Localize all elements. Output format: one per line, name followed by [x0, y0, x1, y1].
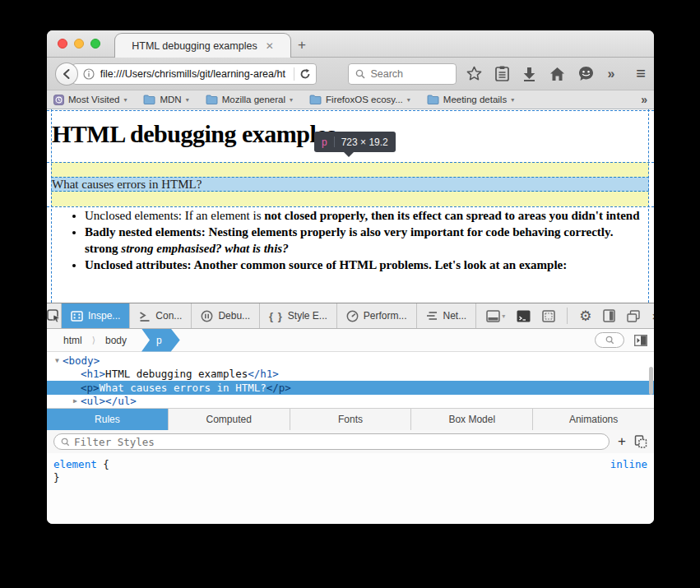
devtools-tab-stylee[interactable]: { }Style E...	[260, 303, 337, 328]
download-icon[interactable]	[522, 67, 536, 81]
bullet-text-segment: strong emphasised? what is this?	[121, 242, 288, 255]
dock-side-icon[interactable]	[603, 309, 615, 322]
style-filter-row: +	[47, 430, 654, 453]
devtools-close-icon[interactable]: ×	[651, 309, 654, 323]
devtools-tab-perform[interactable]: Perform...	[337, 303, 417, 328]
sidebar-tab-rules[interactable]: Rules	[47, 409, 169, 430]
paste-rules-icon[interactable]	[634, 435, 647, 448]
page-content: HTML debugging examples What causes erro…	[47, 109, 654, 303]
devtools-tab-debu[interactable]: Debu...	[192, 303, 260, 328]
breadcrumb-item-p-active[interactable]: p	[141, 329, 180, 352]
folder-icon	[206, 95, 218, 104]
more-tools-icon[interactable]: »	[607, 67, 614, 81]
devtools-tab-inspe[interactable]: Inspe...	[62, 303, 130, 328]
new-tab-button[interactable]: +	[298, 37, 306, 53]
markup-view[interactable]: ▼<body><h1>HTML debugging examples</h1><…	[47, 352, 654, 409]
devtools-tab-label: Perform...	[364, 310, 407, 322]
search-input[interactable]	[370, 68, 444, 80]
rules-view[interactable]: element { } inline	[47, 453, 654, 524]
minimize-window-button[interactable]	[74, 39, 84, 49]
bookmark-item[interactable]: MDN▾	[143, 95, 188, 104]
split-console-button[interactable]: ▾	[486, 310, 505, 322]
devtools-tab-net[interactable]: Net...	[417, 303, 477, 328]
pick-element-icon	[47, 309, 61, 323]
markup-tag: </h1>	[248, 368, 279, 380]
scratchpad-icon[interactable]	[517, 310, 531, 322]
filter-styles-field[interactable]	[53, 433, 610, 450]
titlebar[interactable]: HTML debugging examples ✕ +	[47, 30, 654, 58]
sidebar-tab-fonts[interactable]: Fonts	[290, 409, 412, 430]
bookmark-item[interactable]: Mozilla general▾	[206, 95, 293, 104]
home-icon[interactable]	[549, 67, 565, 81]
url-bar[interactable]	[72, 63, 318, 85]
bookmark-caret-icon: ▾	[186, 96, 189, 104]
sidebar-tabs: RulesComputedFontsBox ModelAnimations	[47, 409, 654, 430]
bookmark-item[interactable]: Meeting details▾	[427, 95, 514, 104]
reading-list-icon[interactable]	[495, 66, 509, 81]
devtools-tab-label: Con...	[155, 310, 182, 322]
markup-node-row[interactable]: ▼<body>	[47, 354, 654, 368]
breadcrumb-item-body[interactable]: body	[95, 335, 137, 346]
bookmark-item[interactable]: FirefoxOS ecosy...▾	[309, 95, 410, 104]
browser-tab[interactable]: HTML debugging examples ✕	[114, 33, 291, 58]
twisty-icon[interactable]: ▶	[70, 397, 81, 405]
markup-tag: <p>	[81, 382, 100, 394]
folder-icon	[143, 95, 155, 104]
rule-origin-link[interactable]: inline	[610, 458, 647, 471]
add-rule-button[interactable]: +	[618, 433, 626, 450]
devtools-tab-con[interactable]: Con...	[130, 303, 192, 328]
guide-line-margin-top	[47, 162, 654, 163]
urlbar-divider	[294, 67, 294, 81]
devtools-toolbar: Inspe...Con...Debu...{ }Style E...Perfor…	[47, 303, 654, 329]
url-input[interactable]	[100, 68, 290, 80]
search-bar[interactable]	[348, 63, 457, 85]
rule-selector[interactable]: element	[53, 458, 97, 470]
bullet-item: Unclosed elements: If an element is not …	[85, 208, 642, 225]
info-icon[interactable]	[83, 68, 95, 80]
bookmark-item[interactable]: Most Visited▾	[53, 95, 127, 105]
zoom-window-button[interactable]	[90, 39, 100, 49]
console-icon	[139, 311, 151, 322]
hello-smiley-icon[interactable]	[578, 66, 594, 81]
separate-window-icon[interactable]	[627, 310, 640, 322]
breadcrumb-item-html[interactable]: html	[53, 335, 92, 346]
markup-text: What causes errors in HTML?	[100, 382, 267, 394]
menu-hamburger-icon[interactable]: ≡	[636, 64, 646, 83]
markup-tag: <body>	[63, 354, 100, 367]
markup-search-button[interactable]	[595, 332, 624, 348]
bookmarks-overflow-icon[interactable]: »	[641, 93, 647, 106]
history-folder-icon	[53, 95, 64, 105]
markup-node-row[interactable]: <p>What causes errors in HTML?</p>	[47, 381, 654, 395]
tab-title: HTML debugging examples	[132, 40, 257, 52]
filter-styles-input[interactable]	[74, 436, 602, 448]
markup-tag: <ul>	[81, 395, 105, 407]
twisty-icon[interactable]: ▼	[52, 357, 63, 364]
sidebar-tab-animations[interactable]: Animations	[533, 409, 654, 430]
tab-close-icon[interactable]: ✕	[266, 40, 274, 52]
bookmarks-toolbar: Most Visited▾MDN▾Mozilla general▾Firefox…	[47, 90, 654, 109]
infobar-divider	[334, 137, 335, 147]
navigation-toolbar: » ≡	[47, 58, 654, 90]
markup-scrollbar[interactable]	[649, 367, 653, 395]
expand-panel-icon[interactable]	[634, 335, 647, 346]
markup-node-row[interactable]: ▶<ul></ul>	[47, 395, 654, 409]
bookmark-caret-icon: ▾	[407, 96, 410, 104]
markup-text: HTML debugging examples	[105, 368, 248, 380]
reload-icon[interactable]	[299, 68, 311, 80]
pick-element-button[interactable]	[47, 303, 62, 328]
responsive-mode-icon[interactable]	[542, 310, 555, 322]
sidebar-tab-box-model[interactable]: Box Model	[411, 409, 533, 430]
bookmark-star-icon[interactable]	[466, 66, 482, 81]
search-icon	[605, 336, 614, 345]
bullet-text-segment: Unclosed attributes: Another common sour…	[85, 258, 567, 271]
settings-gear-icon[interactable]: ⚙	[579, 309, 591, 323]
bookmark-caret-icon: ▾	[123, 96, 127, 104]
close-window-button[interactable]	[58, 39, 67, 49]
infobar-tag-label: p	[322, 137, 327, 148]
back-button[interactable]	[55, 63, 78, 86]
markup-node-row[interactable]: <h1>HTML debugging examples</h1>	[47, 368, 654, 382]
sidebar-tab-computed[interactable]: Computed	[169, 409, 290, 430]
devtools-tab-label: Style E...	[288, 310, 327, 322]
devtools-tab-label: Inspe...	[88, 310, 120, 322]
guide-line-top	[47, 110, 654, 111]
